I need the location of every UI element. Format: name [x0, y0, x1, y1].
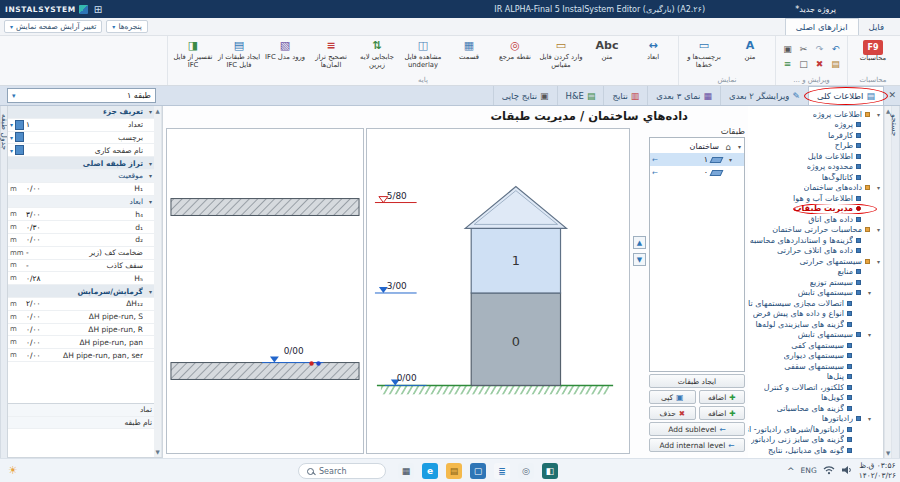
property-row[interactable]: d₂ ۰/۰۰ m ▾ [8, 234, 154, 247]
property-row[interactable]: h₄ ۳/۰۰ m ▾ [8, 208, 154, 221]
property-value[interactable]: - [26, 261, 50, 270]
tree-item[interactable]: ▾ محاسبات حرارتی ساختمان [748, 225, 883, 236]
display-tool-button[interactable]: A متن [727, 37, 773, 75]
base-tool-button[interactable]: ◎ نقطه مرجع [492, 37, 538, 75]
add-sublevel-button[interactable]: Add sublevel ← [649, 422, 745, 436]
tree-item[interactable]: گزینه های سایزبندی لوله‌ها [748, 319, 883, 330]
property-row[interactable]: ▾ تراز طبقه اصلی ▾ [8, 157, 154, 170]
roof-shape[interactable] [465, 187, 566, 229]
taskbar-app-button[interactable]: ◎ [518, 463, 534, 479]
property-value[interactable]: ۰/۰۰ [26, 325, 50, 334]
language-indicator[interactable]: ENG [801, 466, 817, 475]
scroll-up-icon[interactable]: ▲ [155, 108, 159, 114]
tree-item[interactable]: گزینه های سایز زنی رادیاتور [748, 435, 883, 446]
edit-tool-button[interactable]: ↶ [828, 42, 843, 56]
edit-tool-button[interactable]: ✖ [812, 57, 827, 71]
display-tool-button[interactable]: ▭ برچسب‌ها و خط‌ها [681, 37, 727, 75]
expander-icon[interactable]: ▾ [864, 289, 871, 296]
tray-expand-icon[interactable]: ^ [787, 466, 795, 476]
tree-item[interactable]: محدوده پروژه [748, 162, 883, 173]
create-floors-button[interactable]: ایجاد طبقات [649, 374, 745, 388]
tree-scrollbar[interactable]: ▲ ▼ [884, 106, 892, 458]
lower-slab[interactable] [171, 363, 359, 380]
property-value[interactable]: ۰/۰۰ [26, 235, 50, 244]
tree-item[interactable]: کارفرما [748, 130, 883, 141]
property-row[interactable]: ΔH pipe-run, pan, ser ۰/۰۰ m ▾ [8, 349, 154, 362]
add-floor-below-button[interactable]: ✚ اضافه [699, 406, 746, 420]
tree-item[interactable]: انواع و داده های پیش فرض [748, 309, 883, 320]
expander-icon[interactable]: ▾ [864, 415, 871, 422]
view-tab[interactable]: ▣ نتایج چاپی [493, 86, 557, 105]
taskbar-app-button[interactable]: ▦ [398, 463, 414, 479]
app-icon[interactable]: ⊞ [94, 4, 102, 15]
expander-icon[interactable]: ▾ [734, 143, 741, 150]
property-value[interactable]: ۰/۰۰ [26, 338, 50, 347]
taskbar-app-button[interactable]: ▤ [446, 463, 462, 479]
view-tab[interactable]: ▥ نتایج [603, 86, 647, 105]
blue-node-dot[interactable] [316, 361, 320, 365]
view-tab[interactable]: ▦ نمای ۳ بعدی [647, 86, 720, 105]
base-tool-button[interactable]: ▦ قسمت [446, 37, 492, 75]
scroll-down-icon[interactable]: ▼ [155, 449, 159, 455]
taskbar-app-button[interactable]: ◧ [542, 463, 558, 479]
property-row[interactable]: ▾ ابعاد ▾ [8, 196, 154, 209]
delete-floor-button[interactable]: ✖ حذف [649, 406, 696, 420]
windows-menu-button[interactable]: پنجره‌ها ▾ [106, 20, 148, 33]
tree-item[interactable]: سیستم توزیع [748, 277, 883, 288]
ribbon-tab-main-tools[interactable]: ابزارهای اصلی [785, 18, 859, 35]
property-row[interactable]: ▾ تعریف جزء ▾ [8, 106, 154, 119]
move-floor-down-button[interactable]: ▼ [633, 253, 646, 266]
tree-item[interactable]: سیستمهای کفی [748, 340, 883, 351]
expander-icon[interactable]: ▾ [725, 156, 732, 163]
expander-icon[interactable]: ▾ [873, 226, 880, 233]
base-tool-button[interactable]: ≡ تصحیح تراز المان‌ها [308, 37, 354, 75]
property-row[interactable]: ▾ گرمایش/سرمایش ▾ [8, 285, 154, 298]
edit-tool-button[interactable]: ▤ [828, 57, 843, 71]
tree-item[interactable]: ▾ سیستمهای حرارتی [748, 256, 883, 267]
tree-item[interactable]: مدیریت طبقات [748, 204, 883, 215]
tree-item[interactable]: منابع [748, 267, 883, 278]
floors-tree-item[interactable]: ▾ ۱ [650, 153, 744, 166]
edit-tool-button[interactable]: ✂ [796, 42, 811, 56]
property-row[interactable]: نام صفحه کاری ▾ [8, 144, 154, 157]
base-tool-button[interactable]: ↔ ابعاد [630, 37, 676, 75]
floor-selector-combo[interactable]: طبقه ۱ ▾ [7, 88, 156, 103]
base-tool-button[interactable]: ▤ ایجاد طبقات از فایل IFC [216, 37, 262, 75]
upper-slab[interactable] [171, 199, 359, 216]
dropdown-icon[interactable]: ▾ [10, 132, 24, 142]
tree-item[interactable]: کویل‌ها [748, 393, 883, 404]
property-row[interactable]: ΔH pipe-run, pan ۰/۰۰ m ▾ [8, 336, 154, 349]
tree-item[interactable]: داده های اتلاف حرارتی [748, 246, 883, 257]
tree-item[interactable]: سیستمهای دیواری [748, 351, 883, 362]
property-row[interactable]: ضخامت کف (زیر - mm ▾ [8, 247, 154, 260]
taskbar-app-button[interactable]: ≣ [494, 463, 510, 479]
tree-item[interactable]: گزینه‌ها و استانداردهای محاسبه [748, 235, 883, 246]
expander-icon[interactable]: ▾ [873, 111, 880, 118]
tree-item[interactable]: پروژه [748, 120, 883, 131]
base-tool-button[interactable]: Abc متن [584, 37, 630, 75]
ribbon-tab-file[interactable]: فایل [859, 18, 894, 35]
tree-item[interactable]: ▾ داده‌های ساختمان [748, 183, 883, 194]
view-tab[interactable]: ▤ اطلاعات کلی [808, 86, 884, 105]
tree-item[interactable]: رادیاتورها/شیرهای رادیاتور- انواع و [748, 424, 883, 435]
property-value[interactable]: ۰/۰۰ [26, 351, 50, 360]
property-row[interactable]: سقف کاذب - m ▾ [8, 260, 154, 273]
base-tool-button[interactable]: ◫ مشاهده فایل underlay [400, 37, 446, 75]
property-row[interactable]: H₁ ۰/۰۰ m ▾ [8, 183, 154, 196]
elevation-view-canvas[interactable]: 1 0 5/80 3/00 0/00 [366, 128, 630, 454]
property-value[interactable]: ۲/۰۰ [26, 299, 50, 308]
tree-item[interactable]: گونه های مدیاتیل، نتایج [748, 445, 883, 456]
taskbar-search[interactable]: Search [298, 463, 386, 479]
property-value[interactable]: ۰/۰۰ [26, 184, 50, 193]
expander-icon[interactable]: ▾ [873, 258, 880, 265]
red-node-dot[interactable] [309, 361, 313, 365]
property-row[interactable]: H₅ ۰/۲۸ m ▾ [8, 272, 154, 285]
property-value[interactable]: ۰/۳۰ [26, 223, 50, 232]
base-tool-button[interactable]: ▧ ورود مدل IFC [262, 37, 308, 75]
close-icon[interactable]: ✕ [888, 90, 896, 100]
tree-item[interactable]: کاتالوگ‌ها [748, 172, 883, 183]
expander-icon[interactable]: ▾ [873, 184, 880, 191]
base-tool-button[interactable]: ◨ تفسیر از فایل IFC [170, 37, 216, 75]
search-side-tab[interactable]: جستجو [892, 106, 900, 458]
taskbar-clock[interactable]: ۰۳:۵۶ ق.ظ ۱۴۰۲/۰۳/۲۶ [859, 461, 896, 480]
